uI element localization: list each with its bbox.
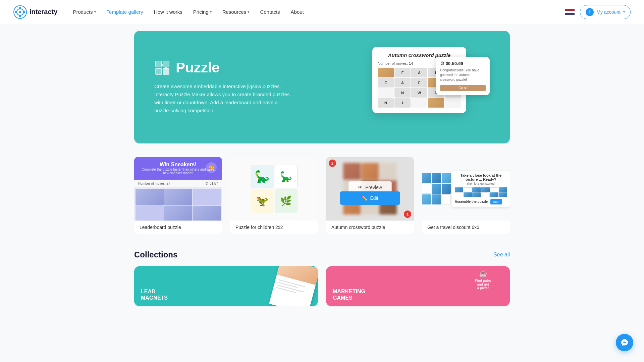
hero-illustration: Autumn crossword puzzle Number of moves:…: [362, 47, 490, 127]
see-all-link[interactable]: See all: [493, 252, 510, 258]
collection-lead-magnets[interactable]: LEAD MAGNETS: [134, 266, 318, 306]
eye-icon: 👁: [358, 185, 363, 190]
svg-point-11: [161, 64, 163, 66]
pricing-chevron-icon: ▾: [210, 10, 212, 14]
collections-grid: LEAD MAGNETS ☕ Find pairsand geta prize!…: [134, 266, 510, 306]
template-thumb-autumn: 2 👁 Preview ✏️ Edit 1: [326, 157, 414, 221]
template-card-dino[interactable]: 🦕 🦕 🦖 🌿 Puzzle for children 2x2: [230, 157, 318, 234]
coffee-decoration: ☕ Find pairsand geta prize!: [470, 269, 496, 303]
svg-point-5: [15, 11, 17, 13]
svg-point-3: [23, 11, 25, 13]
puzzle-cell: I: [394, 98, 411, 108]
pencil-icon: ✏️: [362, 195, 367, 201]
collection-marketing-label: MARKETING GAMES: [326, 283, 372, 306]
template-card-leaderboard[interactable]: Win Sneakers! Complete the puzzle faster…: [134, 157, 222, 234]
collection-lead-label: LEAD MAGNETS: [134, 283, 174, 306]
collection-marketing-games[interactable]: ☕ Find pairsand geta prize! MARKETING GA…: [326, 266, 510, 306]
hero-title: Puzzle: [176, 60, 220, 76]
svg-rect-7: [156, 61, 162, 67]
svg-point-12: [165, 67, 167, 69]
svg-point-6: [19, 11, 21, 13]
products-chevron-icon: ▾: [94, 10, 96, 14]
collections-header: Collections See all: [134, 250, 510, 259]
template-thumb-dino: 🦕 🦕 🦖 🌿: [230, 157, 318, 221]
puzzle-cell: W: [411, 88, 427, 98]
svg-point-2: [19, 7, 21, 9]
logo-icon: [13, 5, 27, 19]
puzzle-cell: [411, 98, 427, 108]
svg-rect-10: [163, 68, 169, 74]
hero-description: Create awesome embeddable interactive ji…: [154, 82, 295, 115]
svg-point-4: [19, 15, 21, 17]
account-avatar-icon: i: [586, 8, 594, 16]
puzzle-cell: E: [378, 78, 394, 87]
notebook-decoration: [269, 266, 318, 306]
travel-start-button[interactable]: Start: [490, 199, 502, 204]
language-flag[interactable]: [565, 9, 575, 15]
crown-icon: 👑: [206, 162, 217, 173]
hero-banner: Puzzle Create awesome embeddable interac…: [134, 31, 510, 143]
template-name-dino: Puzzle for children 2x2: [230, 221, 318, 234]
navbar-right: i My account ▾: [565, 5, 631, 19]
puzzle-cell: [445, 98, 461, 108]
account-chevron-icon: ▾: [623, 10, 625, 14]
puzzle-cell: N: [394, 88, 411, 98]
nav-template-gallery[interactable]: Template gallery: [102, 6, 148, 17]
nav-about[interactable]: About: [286, 6, 309, 17]
puzzle-cell: [428, 98, 444, 108]
navbar: interacty Products ▾ Template gallery Ho…: [0, 0, 644, 24]
dino-grid: 🦕 🦕 🦖 🌿: [251, 165, 298, 213]
puzzle-cell: F: [411, 78, 427, 87]
brand-logo[interactable]: interacty: [13, 5, 57, 19]
nav-resources[interactable]: Resources ▾: [218, 6, 254, 17]
nav-products[interactable]: Products ▾: [68, 6, 100, 17]
template-name-travel: Get a travel discount 6x6: [422, 221, 510, 234]
nav-pricing[interactable]: Pricing ▾: [189, 6, 216, 17]
sneaker-puzzle-area: [134, 187, 222, 221]
template-thumb-leaderboard: Win Sneakers! Complete the puzzle faster…: [134, 157, 222, 221]
main-content: Win Sneakers! Complete the puzzle faster…: [121, 150, 523, 313]
puzzle-icon: [154, 60, 170, 76]
puzzle-cell: [378, 88, 394, 98]
template-name-leaderboard: Leaderboard puzzle: [134, 221, 222, 234]
my-account-button[interactable]: i My account ▾: [580, 5, 631, 19]
template-card-travel[interactable]: Take a close look at the picture ... Rea…: [422, 157, 510, 234]
puzzle-cell: A: [411, 68, 427, 77]
template-thumb-travel: Take a close look at the picture ... Rea…: [422, 157, 510, 221]
brand-name: interacty: [30, 8, 57, 16]
nav-how-it-works[interactable]: How it works: [149, 6, 187, 17]
template-grid: Win Sneakers! Complete the puzzle faster…: [134, 157, 510, 234]
svg-rect-8: [163, 61, 169, 67]
badge-1: 1: [404, 210, 411, 218]
nav-links: Products ▾ Template gallery How it works…: [68, 6, 565, 17]
collections-title: Collections: [134, 250, 177, 259]
nav-contacts[interactable]: Contacts: [255, 6, 284, 17]
puzzle-cell: N: [378, 98, 394, 108]
hero-content: Puzzle Create awesome embeddable interac…: [154, 60, 295, 115]
puzzle-cell: [378, 68, 394, 77]
travel-inner-card: Take a close look at the picture ... Rea…: [452, 171, 510, 207]
badge-2: 2: [329, 160, 336, 167]
edit-button[interactable]: ✏️ Edit: [340, 191, 400, 205]
svg-rect-9: [156, 68, 162, 74]
puzzle-cell: F: [394, 68, 411, 77]
puzzle-cell: A: [394, 78, 411, 87]
resources-chevron-icon: ▾: [248, 10, 249, 14]
hero-result-card: ⏱ 00:50:69 Congratulations! You have gue…: [436, 57, 490, 95]
result-go-button[interactable]: Go all: [440, 85, 486, 91]
template-card-autumn[interactable]: 2 👁 Preview ✏️ Edit 1 Autumn crossword p…: [326, 157, 414, 234]
template-name-autumn: Autumn crossword puzzle: [326, 221, 414, 234]
